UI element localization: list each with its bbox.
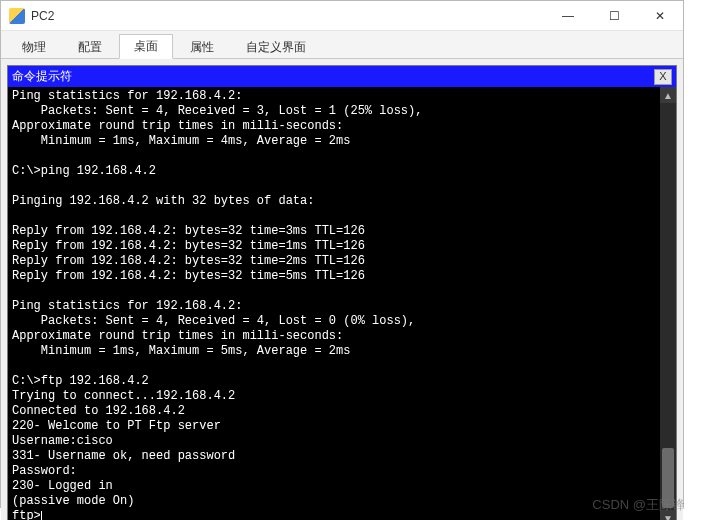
titlebar[interactable]: PC2 — ☐ ✕ (1, 1, 683, 31)
terminal-output[interactable]: Ping statistics for 192.168.4.2: Packets… (8, 87, 660, 520)
maximize-icon: ☐ (609, 9, 620, 23)
tab-label: 物理 (22, 40, 46, 54)
tab-desktop[interactable]: 桌面 (119, 34, 173, 59)
content-area: 命令提示符 X Ping statistics for 192.168.4.2:… (1, 59, 683, 520)
close-icon: X (659, 71, 666, 82)
command-prompt-window: 命令提示符 X Ping statistics for 192.168.4.2:… (7, 65, 677, 520)
command-prompt-title: 命令提示符 (12, 68, 72, 85)
scroll-up-arrow-icon[interactable]: ▲ (660, 87, 676, 103)
app-window: PC2 — ☐ ✕ 物理 配置 桌面 属性 自定义界面 命令提示符 X Ping… (0, 0, 684, 508)
tab-custom-interface[interactable]: 自定义界面 (231, 35, 321, 59)
tab-physical[interactable]: 物理 (7, 35, 61, 59)
command-prompt-close-button[interactable]: X (654, 69, 672, 85)
tab-label: 配置 (78, 40, 102, 54)
tab-label: 桌面 (134, 39, 158, 53)
scroll-track[interactable] (660, 103, 676, 510)
vertical-scrollbar[interactable]: ▲ ▼ (660, 87, 676, 520)
close-icon: ✕ (655, 9, 665, 23)
tab-attributes[interactable]: 属性 (175, 35, 229, 59)
minimize-button[interactable]: — (545, 1, 591, 31)
tab-config[interactable]: 配置 (63, 35, 117, 59)
scroll-thumb[interactable] (662, 448, 674, 508)
maximize-button[interactable]: ☐ (591, 1, 637, 31)
window-title: PC2 (31, 9, 54, 23)
tab-label: 自定义界面 (246, 40, 306, 54)
scroll-down-arrow-icon[interactable]: ▼ (660, 510, 676, 520)
tab-label: 属性 (190, 40, 214, 54)
tab-bar: 物理 配置 桌面 属性 自定义界面 (1, 31, 683, 59)
close-button[interactable]: ✕ (637, 1, 683, 31)
terminal-container: Ping statistics for 192.168.4.2: Packets… (8, 87, 676, 520)
app-icon (9, 8, 25, 24)
minimize-icon: — (562, 9, 574, 23)
command-prompt-titlebar[interactable]: 命令提示符 X (8, 66, 676, 87)
